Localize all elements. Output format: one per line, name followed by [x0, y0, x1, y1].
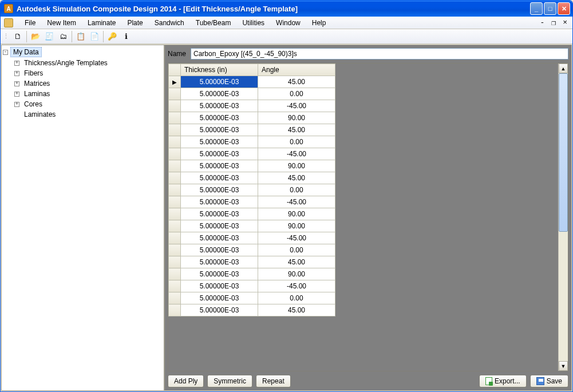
- cell-angle[interactable]: -45.00: [258, 100, 335, 112]
- cell-thickness[interactable]: 5.00000E-03: [181, 136, 258, 148]
- cell-angle[interactable]: 0.00: [258, 244, 335, 256]
- cell-angle[interactable]: 90.00: [258, 208, 335, 220]
- menu-tube-beam[interactable]: Tube/Beam: [190, 18, 237, 28]
- cell-thickness[interactable]: 5.00000E-03: [181, 268, 258, 280]
- key-icon[interactable]: 🔑: [106, 30, 118, 43]
- row-header[interactable]: ▶: [169, 76, 181, 88]
- tree-item-laminas[interactable]: +Laminas: [13, 89, 164, 99]
- repeat-button[interactable]: Repeat: [256, 375, 291, 387]
- menu-new-item[interactable]: New Item: [41, 18, 82, 28]
- info-icon[interactable]: ℹ: [120, 30, 132, 43]
- menu-file[interactable]: File: [19, 18, 41, 28]
- row-header[interactable]: [169, 232, 181, 244]
- new-doc-icon[interactable]: 🗋: [11, 30, 24, 43]
- expand-icon[interactable]: +: [14, 71, 19, 76]
- cell-angle[interactable]: 45.00: [258, 256, 335, 268]
- scroll-thumb[interactable]: [559, 73, 568, 232]
- cell-angle[interactable]: 90.00: [258, 268, 335, 280]
- tree-item-cores[interactable]: +Cores: [13, 99, 164, 109]
- tree-item-label[interactable]: Matrices: [22, 79, 52, 88]
- maximize-button[interactable]: □: [544, 2, 556, 15]
- table-row[interactable]: 5.00000E-0390.00: [169, 268, 335, 280]
- table-row[interactable]: 5.00000E-03-45.00: [169, 280, 335, 292]
- column-thickness[interactable]: Thickness (in): [181, 64, 258, 76]
- row-header[interactable]: [169, 112, 181, 124]
- table-row[interactable]: 5.00000E-0345.00: [169, 124, 335, 136]
- column-angle[interactable]: Angle: [258, 64, 335, 76]
- cell-angle[interactable]: 45.00: [258, 76, 335, 88]
- tree-item-label[interactable]: Thickness/Angle Templates: [22, 58, 110, 68]
- table-row[interactable]: 5.00000E-030.00: [169, 136, 335, 148]
- vertical-scrollbar[interactable]: ▲ ▼: [558, 64, 568, 371]
- cell-angle[interactable]: 45.00: [258, 304, 335, 316]
- tree-item-matrices[interactable]: +Matrices: [13, 78, 164, 89]
- cell-angle[interactable]: -45.00: [258, 280, 335, 292]
- row-header[interactable]: [169, 280, 181, 292]
- save-button[interactable]: Save: [530, 375, 568, 387]
- cell-thickness[interactable]: 5.00000E-03: [181, 112, 258, 124]
- menu-window[interactable]: Window: [270, 18, 306, 28]
- cell-thickness[interactable]: 5.00000E-03: [181, 160, 258, 172]
- row-header[interactable]: [169, 124, 181, 136]
- tree-item-icon[interactable]: 🗂: [57, 30, 69, 43]
- table-row[interactable]: 5.00000E-03-45.00: [169, 148, 335, 160]
- table-row[interactable]: 5.00000E-03-45.00: [169, 196, 335, 208]
- table-row[interactable]: 5.00000E-0345.00: [169, 304, 335, 316]
- cell-angle[interactable]: 90.00: [258, 220, 335, 232]
- cell-thickness[interactable]: 5.00000E-03: [181, 304, 258, 316]
- table-row[interactable]: 5.00000E-0390.00: [169, 208, 335, 220]
- cell-thickness[interactable]: 5.00000E-03: [181, 100, 258, 112]
- table-row[interactable]: 5.00000E-0390.00: [169, 160, 335, 172]
- table-row[interactable]: 5.00000E-03-45.00: [169, 100, 335, 112]
- export-button[interactable]: Export...: [479, 375, 527, 387]
- ply-grid[interactable]: Thickness (in) Angle ▶5.00000E-0345.005.…: [168, 63, 568, 371]
- cell-thickness[interactable]: 5.00000E-03: [181, 196, 258, 208]
- tree-item-label[interactable]: Laminates: [22, 110, 58, 119]
- table-row[interactable]: 5.00000E-0390.00: [169, 220, 335, 232]
- tree-item-label[interactable]: Laminas: [22, 89, 52, 98]
- cell-thickness[interactable]: 5.00000E-03: [181, 280, 258, 292]
- open-folder-icon[interactable]: 📂: [29, 30, 42, 43]
- table-row[interactable]: ▶5.00000E-0345.00: [169, 76, 335, 88]
- table-row[interactable]: 5.00000E-0345.00: [169, 256, 335, 268]
- expand-icon[interactable]: +: [14, 61, 19, 66]
- expand-icon[interactable]: +: [14, 102, 19, 107]
- cell-thickness[interactable]: 5.00000E-03: [181, 88, 258, 100]
- row-header[interactable]: [169, 292, 181, 304]
- cell-thickness[interactable]: 5.00000E-03: [181, 220, 258, 232]
- tree-pane[interactable]: - My Data +Thickness/Angle Templates+Fib…: [1, 45, 164, 391]
- row-header[interactable]: [169, 220, 181, 232]
- table-row[interactable]: 5.00000E-030.00: [169, 88, 335, 100]
- row-header[interactable]: [169, 304, 181, 316]
- table-row[interactable]: 5.00000E-03-45.00: [169, 232, 335, 244]
- tree-item-laminates[interactable]: Laminates: [13, 109, 164, 120]
- row-header[interactable]: [169, 256, 181, 268]
- menu-sandwich[interactable]: Sandwich: [149, 18, 190, 28]
- cell-thickness[interactable]: 5.00000E-03: [181, 148, 258, 160]
- cell-angle[interactable]: 90.00: [258, 160, 335, 172]
- cell-thickness[interactable]: 5.00000E-03: [181, 172, 258, 184]
- wizard-icon[interactable]: 🧾: [43, 30, 56, 43]
- row-header[interactable]: [169, 172, 181, 184]
- row-header[interactable]: [169, 160, 181, 172]
- table-row[interactable]: 5.00000E-030.00: [169, 184, 335, 196]
- scroll-down-icon[interactable]: ▼: [559, 361, 568, 371]
- cell-angle[interactable]: 0.00: [258, 184, 335, 196]
- row-header[interactable]: [169, 268, 181, 280]
- tree-item-label[interactable]: Cores: [22, 100, 45, 109]
- tree-item-fibers[interactable]: +Fibers: [13, 68, 164, 78]
- row-header[interactable]: [169, 244, 181, 256]
- copy-icon[interactable]: 📋: [74, 30, 87, 43]
- menu-laminate[interactable]: Laminate: [82, 18, 121, 28]
- menu-utilities[interactable]: Utilities: [236, 18, 270, 28]
- cell-thickness[interactable]: 5.00000E-03: [181, 208, 258, 220]
- row-header[interactable]: [169, 148, 181, 160]
- cell-thickness[interactable]: 5.00000E-03: [181, 184, 258, 196]
- cell-thickness[interactable]: 5.00000E-03: [181, 232, 258, 244]
- cell-angle[interactable]: 45.00: [258, 172, 335, 184]
- expand-icon[interactable]: +: [14, 81, 19, 86]
- cell-thickness[interactable]: 5.00000E-03: [181, 256, 258, 268]
- table-row[interactable]: 5.00000E-030.00: [169, 292, 335, 304]
- cell-angle[interactable]: -45.00: [258, 196, 335, 208]
- row-header[interactable]: [169, 88, 181, 100]
